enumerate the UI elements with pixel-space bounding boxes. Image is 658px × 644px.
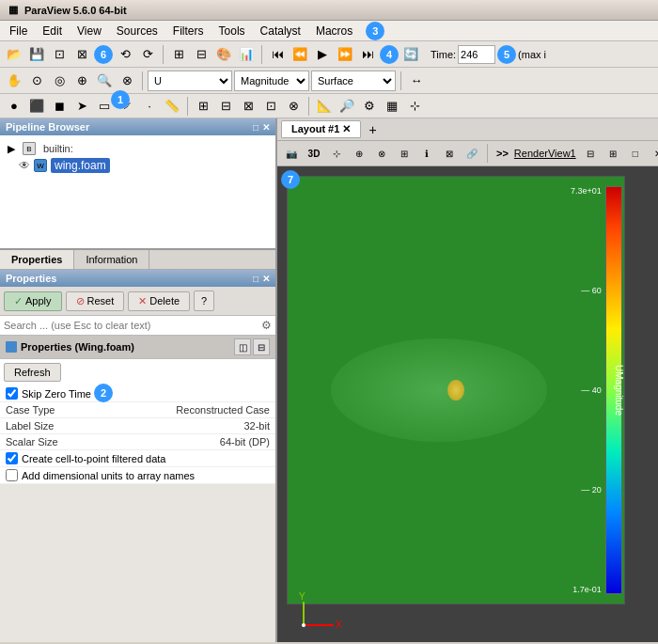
- cell-to-point-label: Create cell-to-point filtered data: [22, 453, 165, 464]
- refresh-button[interactable]: Refresh: [4, 363, 61, 382]
- delete-button[interactable]: ✕ Delete: [128, 291, 190, 311]
- tb-first-frame[interactable]: ⏮: [267, 44, 288, 65]
- tb-palette[interactable]: 🎨: [213, 44, 234, 65]
- colorbar-label-max: 7.3e+01: [571, 186, 602, 196]
- tb-b2[interactable]: ⟳: [137, 44, 158, 65]
- pipeline-close-icon[interactable]: ✕: [262, 122, 270, 133]
- tb-chart[interactable]: 📊: [236, 44, 257, 65]
- pipeline-content: ▶ B builtin: 👁 W wing.foam: [0, 135, 275, 248]
- tb-settings[interactable]: ⚙: [359, 96, 380, 117]
- tb-loop[interactable]: 🔄: [400, 44, 421, 65]
- tb-zoom[interactable]: 🔎: [337, 96, 357, 117]
- rt-split-h[interactable]: ⊟: [580, 143, 601, 164]
- tab-properties[interactable]: Properties: [0, 250, 74, 269]
- tb-orient[interactable]: ⊹: [404, 96, 425, 117]
- badge-2: 2: [94, 384, 113, 402]
- rt-camera[interactable]: 📷: [281, 143, 302, 164]
- badge-3: 3: [366, 22, 384, 40]
- skip-zero-time-checkbox[interactable]: [6, 387, 18, 400]
- render-canvas[interactable]: 7.3e+01 — 60 — 40 — 20 1.7e-01 UMagnitud…: [287, 176, 625, 605]
- tb-pick[interactable]: ⊗: [117, 71, 137, 91]
- badge-5: 5: [497, 45, 516, 64]
- menu-edit[interactable]: Edit: [35, 21, 70, 40]
- tb-save[interactable]: 💾: [26, 44, 47, 65]
- tb-filter1[interactable]: ⊞: [193, 96, 213, 117]
- rt-pick[interactable]: ⊠: [439, 143, 460, 164]
- tb-open[interactable]: 📂: [4, 44, 24, 65]
- cell-to-point-checkbox[interactable]: [6, 452, 18, 464]
- tb-cube[interactable]: ◼: [49, 96, 70, 117]
- tb-next-frame[interactable]: ⏩: [335, 44, 355, 65]
- rt-info[interactable]: ℹ: [416, 143, 437, 164]
- props-copy-btn[interactable]: ◫: [234, 338, 251, 355]
- tb-ruler[interactable]: 📏: [162, 96, 182, 117]
- rt-zoom-fit[interactable]: ⊞: [394, 143, 415, 164]
- tb-filter5[interactable]: ⊗: [283, 96, 304, 117]
- tb-measure[interactable]: 📐: [314, 96, 335, 117]
- tb-last-frame[interactable]: ⏭: [357, 44, 378, 65]
- tb-b3[interactable]: ⊞: [168, 44, 189, 65]
- tb-cylinder[interactable]: ⬛: [26, 96, 47, 117]
- props-section-header: Properties (Wing.foam) ◫ ⊟: [0, 336, 275, 359]
- component-select[interactable]: Magnitude X Y Z: [234, 71, 309, 91]
- tb-select-cells-through[interactable]: ◎: [49, 71, 70, 91]
- tb-grid[interactable]: ▦: [382, 96, 402, 117]
- search-input[interactable]: [4, 320, 261, 331]
- tb-arrow[interactable]: ➤: [71, 96, 92, 117]
- search-gear-icon[interactable]: ⚙: [261, 319, 272, 332]
- tb-play[interactable]: ▶: [312, 44, 333, 65]
- menu-file[interactable]: File: [2, 21, 35, 40]
- tb-prev-frame[interactable]: ⏪: [290, 44, 310, 65]
- pipeline-pin-icon[interactable]: □: [253, 122, 258, 133]
- menu-catalyst[interactable]: Catalyst: [253, 21, 308, 40]
- pipeline-wing-item[interactable]: 👁 W wing.foam: [4, 158, 272, 173]
- menu-view[interactable]: View: [70, 21, 109, 40]
- title-bar: ▦ ParaView 5.6.0 64-bit: [0, 0, 658, 21]
- props-close-icon[interactable]: ✕: [262, 274, 270, 284]
- rt-center[interactable]: ⊕: [349, 143, 369, 164]
- wing-foam-label[interactable]: wing.foam: [51, 158, 110, 173]
- reset-button[interactable]: ⊘ Reset: [66, 291, 125, 311]
- add-layout-tab[interactable]: +: [365, 122, 380, 137]
- tb-transform[interactable]: ⊕: [71, 71, 92, 91]
- tab-information[interactable]: Information: [74, 250, 149, 269]
- visibility-eye-icon[interactable]: 👁: [19, 159, 30, 172]
- tb-filter2[interactable]: ⊟: [215, 96, 236, 117]
- props-save-btn[interactable]: ⊟: [253, 338, 270, 355]
- time-input[interactable]: [458, 45, 495, 64]
- help-button[interactable]: ?: [194, 291, 214, 311]
- tb-select-cells-on[interactable]: ⊙: [26, 71, 47, 91]
- tb-interact[interactable]: ✋: [4, 71, 24, 91]
- tb-rescale[interactable]: ↔: [406, 71, 427, 91]
- rt-3d[interactable]: 3D: [304, 143, 324, 164]
- tb-point[interactable]: ·: [139, 96, 160, 117]
- tb-b4[interactable]: ⊟: [191, 44, 212, 65]
- menu-filters[interactable]: Filters: [165, 21, 212, 40]
- tb-sphere[interactable]: ●: [4, 96, 24, 117]
- props-pin-icon[interactable]: □: [253, 274, 258, 284]
- tb-filter3[interactable]: ⊠: [238, 96, 258, 117]
- field-select[interactable]: U p k: [148, 71, 232, 91]
- badge-4: 4: [380, 45, 399, 64]
- rt-link[interactable]: 🔗: [462, 143, 482, 164]
- menu-macros[interactable]: Macros: [308, 21, 360, 40]
- rt-orient[interactable]: ⊗: [371, 143, 392, 164]
- tb-connect[interactable]: ⊡: [49, 44, 70, 65]
- dimensional-units-checkbox[interactable]: [6, 469, 18, 481]
- wing-node-icon: W: [34, 159, 47, 172]
- tb-b1[interactable]: ⟲: [115, 44, 135, 65]
- apply-button[interactable]: ✓ Apply: [4, 291, 62, 311]
- rt-maximize[interactable]: □: [625, 143, 646, 164]
- tb-zoom-box[interactable]: 🔍: [94, 71, 115, 91]
- tb-disconnect[interactable]: ⊠: [71, 44, 92, 65]
- layout-tab-1[interactable]: Layout #1 ✕: [281, 120, 361, 138]
- menu-sources[interactable]: Sources: [109, 21, 165, 40]
- rt-split-v[interactable]: ⊞: [603, 143, 623, 164]
- tb-filter4[interactable]: ⊡: [260, 96, 281, 117]
- rt-close[interactable]: ✕: [648, 143, 658, 164]
- menu-tools[interactable]: Tools: [212, 21, 253, 40]
- viewport[interactable]: 7 7.3e+01 — 60 — 40 — 20: [277, 166, 658, 642]
- main-area: Pipeline Browser □ ✕ ▶ B builtin: 👁 W wi…: [0, 118, 658, 642]
- display-select[interactable]: Surface Wireframe Points: [311, 71, 396, 91]
- rt-axes[interactable]: ⊹: [326, 143, 347, 164]
